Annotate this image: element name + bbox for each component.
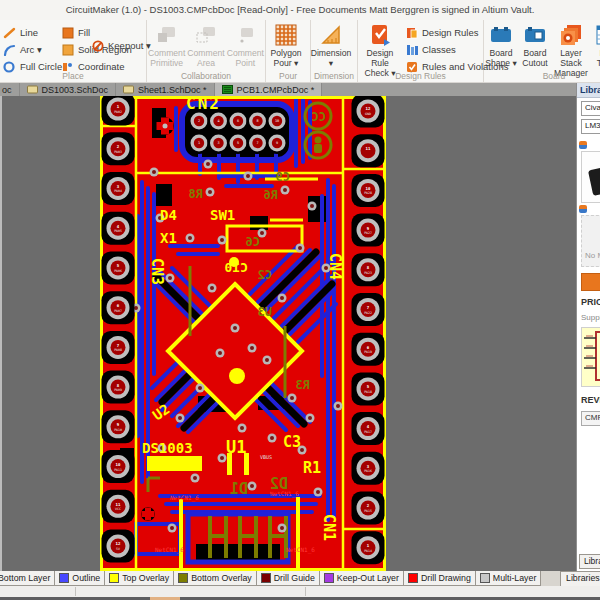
design-rules-button[interactable]: Design Rules <box>402 24 482 41</box>
layer-tab-keep-out-layer[interactable]: Keep-Out Layer <box>319 571 404 586</box>
through-hole-pad[interactable]: 3PA04 <box>102 172 135 205</box>
board-cutout-icon <box>523 23 547 47</box>
layer-tab-top-overlay[interactable]: Top Overlay <box>104 571 174 586</box>
fill-icon <box>61 27 75 39</box>
ribbon-group-board: Board Shape ▾ Board Cutout Layer Stack M… <box>484 20 600 82</box>
layer-tab-bottom-layer[interactable]: Bottom Layer <box>0 571 55 586</box>
through-hole-pad[interactable]: 125V <box>102 530 135 563</box>
line-button[interactable]: Line <box>0 24 58 41</box>
library-search-dropdown[interactable]: Civa <box>581 101 600 116</box>
through-hole-pad[interactable]: 9PA10 <box>102 410 135 443</box>
libraries-bottom-tab[interactable]: Libraries <box>560 571 600 587</box>
through-hole-pad[interactable]: 6PA19 <box>352 333 385 366</box>
through-hole-pad[interactable]: 12GND <box>352 96 385 128</box>
ribbon-group-dimension: Dimension ▾ Dimension <box>311 20 358 82</box>
silk-d1: D1 <box>230 480 248 498</box>
dimension-button[interactable]: Dimension ▾ <box>311 20 351 78</box>
net-label: NetCN1_6 <box>170 494 199 502</box>
component-dropdown[interactable]: LM3S3 <box>581 119 600 134</box>
layer-tab-drill-guide[interactable]: Drill Guide <box>256 571 320 586</box>
silk-c2: C2 <box>258 268 272 282</box>
through-hole-pad[interactable]: 6PA07 <box>102 291 135 324</box>
doc-tab-ds1003-schdoc[interactable]: DS1003.SchDoc <box>20 83 117 96</box>
classes-icon <box>405 44 419 56</box>
through-hole-pad[interactable]: 10PA11 <box>102 450 135 483</box>
drill-table-icon <box>595 23 600 47</box>
pad-number: 12 <box>116 541 121 546</box>
through-hole-pad[interactable]: 7PA08 <box>102 331 135 364</box>
drill-table-button[interactable]: Drill Table <box>590 20 600 78</box>
layer-tab-bar: Bottom LayerOutlineTop OverlayBottom Ove… <box>0 571 600 586</box>
board-cutout-button[interactable]: Board Cutout <box>518 20 552 78</box>
through-hole-pad[interactable]: 10PA28 <box>352 174 385 207</box>
through-hole-pad[interactable]: 7PA22 <box>352 293 385 326</box>
layer-color-swatch <box>109 573 119 583</box>
libraries-panel-header[interactable]: Libraries <box>577 83 600 98</box>
libraries-panel-tab[interactable]: Libraries <box>579 554 600 569</box>
through-hole-pad[interactable]: 1PA02 <box>102 96 135 126</box>
arc-button[interactable]: Arc ▾ <box>0 41 58 58</box>
empty-preview: No Model <box>581 215 600 267</box>
cmp-revision-item[interactable]: CMP <box>581 411 600 426</box>
place-part-button[interactable] <box>581 273 600 291</box>
silk-cc-logo: CC <box>312 110 326 124</box>
component-3d-preview[interactable] <box>581 151 600 203</box>
layer-tab-multi-layer[interactable]: Multi-Layer <box>475 571 542 586</box>
through-hole-pad[interactable]: 5PA18 <box>352 372 385 405</box>
silk-cn2: CN2 <box>186 96 221 113</box>
bottom-overlay-fills <box>314 137 322 154</box>
through-hole-pad[interactable]: 1PA14 <box>352 531 385 564</box>
through-hole-pad[interactable]: 4PA17 <box>352 412 385 445</box>
header-pin-number: 1 <box>198 141 200 145</box>
layer-tab-outline[interactable]: Outline <box>54 571 105 586</box>
pcb-board: CC 1PA022PA033PA044PA055PA066PA077PA088P… <box>100 96 386 571</box>
comment-point-button[interactable]: Comment Point <box>226 20 265 78</box>
schematic-symbol-preview[interactable] <box>581 327 600 387</box>
pad-net-name: PA14 <box>364 549 372 553</box>
through-hole-pad[interactable]: 8PA09 <box>102 371 135 404</box>
through-hole-pad[interactable]: 8PA23 <box>352 253 385 286</box>
through-hole-pad[interactable]: 3PA16 <box>352 452 385 485</box>
through-hole-pad[interactable]: 2PA15 <box>352 492 385 525</box>
board-shape-button[interactable]: Board Shape ▾ <box>484 20 518 78</box>
through-hole-pad[interactable]: 5PA06 <box>102 251 135 284</box>
libraries-panel: Libraries Civa LM3S3 No Model PRICING Su… <box>576 83 600 571</box>
pad-number: 10 <box>366 186 371 191</box>
arc-icon <box>3 44 17 56</box>
through-hole-pad[interactable]: 11 <box>352 134 385 167</box>
polygon-pour-button[interactable]: Polygon Pour ▾ <box>266 20 306 78</box>
pad-net-name: PA11 <box>114 468 122 472</box>
status-separator <box>75 587 76 596</box>
classes-button[interactable]: Classes <box>402 41 482 58</box>
header-pin-number: 9 <box>276 141 278 145</box>
doc-tab-pcb1-cmpcbdoc[interactable]: PCB1.CMPcbDoc * <box>215 83 323 96</box>
through-hole-pad[interactable]: 2PA03 <box>102 132 135 165</box>
keepout-button[interactable]: Keepout ▾ <box>88 37 154 54</box>
layer-tab-label: Keep-Out Layer <box>337 573 399 583</box>
window-title: CircuitMaker (1.0) - DS1003.CMPcbDoc [Re… <box>0 0 600 20</box>
pcb-canvas[interactable]: CC 1PA022PA033PA044PA055PA066PA077PA088P… <box>0 96 578 571</box>
layer-stack-manager-icon <box>559 23 583 47</box>
pad-net-name: PA07 <box>114 309 122 313</box>
solid-region-icon <box>61 44 75 56</box>
keepout-icon <box>91 40 105 52</box>
pricing-section-label: PRICING <box>581 297 600 307</box>
schdoc-icon <box>27 85 38 94</box>
layer-stack-manager-button[interactable]: Layer Stack Manager <box>552 20 590 78</box>
through-hole-pad[interactable]: 9PA27 <box>352 214 385 247</box>
doc-tab-sheet1-schdoc[interactable]: Sheet1.SchDoc * <box>116 83 215 96</box>
ribbon-group-collaboration: Comment Primitive Comment Area Comment P… <box>147 20 266 82</box>
silk-u1: U1 <box>226 437 246 457</box>
layer-tab-bottom-overlay[interactable]: Bottom Overlay <box>173 571 257 586</box>
design-rule-check-button[interactable]: Design Rule Check ▾ <box>358 20 402 78</box>
comment-primitive-button[interactable]: Comment Primitive <box>147 20 186 78</box>
net-label-vbus: VBUS <box>260 454 272 460</box>
layer-tab-drill-drawing[interactable]: Drill Drawing <box>403 571 476 586</box>
through-hole-pad[interactable]: 4PA05 <box>102 212 135 245</box>
status-separator <box>305 587 306 596</box>
pad-net-name: VCC <box>115 507 121 511</box>
doc-tab-partial[interactable]: oc <box>0 83 20 96</box>
through-hole-pad[interactable]: 11VCC <box>102 490 135 523</box>
comment-area-button[interactable]: Comment Area <box>186 20 225 78</box>
ribbon: Line Arc ▾ Full Circle Fill <box>0 20 600 83</box>
